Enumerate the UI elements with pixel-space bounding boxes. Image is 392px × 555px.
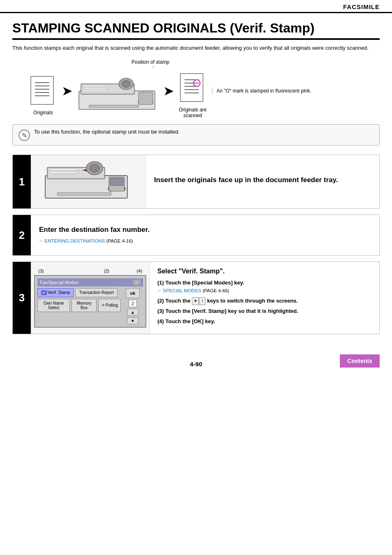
step-3-sub-2: (2) Touch the +↑ keys to switch through … — [157, 297, 372, 305]
top-bar-icon: ↩ — [133, 280, 141, 285]
step-1-title: Insert the originals face up in the docu… — [154, 176, 371, 185]
svg-rect-18 — [180, 74, 203, 102]
ui-right-col: ok 2 ▲ ▼ — [122, 288, 143, 324]
callout-4: (4) — [137, 268, 142, 273]
stamp-position-label: Position of stamp — [131, 59, 169, 65]
step-2-inner: Enter the destination fax number. ☞ ENTE… — [31, 215, 379, 255]
arrow1: ➤ — [62, 83, 73, 99]
note-icon: ✎ — [18, 130, 30, 141]
stamp-annotation: An "O" mark is stamped in fluorescent pi… — [212, 87, 311, 95]
svg-rect-10 — [83, 90, 107, 91]
ui-btn-row-2: Own Name Select Memory Box ⟳ Polling — [37, 299, 121, 312]
svg-rect-0 — [31, 76, 53, 104]
callout-labels: (3) (2) (4) — [34, 268, 146, 273]
header-title: FACSIMILE — [343, 3, 380, 10]
contents-button[interactable]: Contents — [340, 354, 380, 368]
step-2-ref: ☞ ENTERING DESTINATIONS (page 4-16) — [39, 238, 371, 244]
page-content: STAMPING SCANNED ORIGINALS (Verif. Stamp… — [0, 13, 392, 352]
polling-icon: ⟳ — [102, 303, 105, 307]
svg-point-12 — [122, 81, 130, 87]
step-3-sub-4: (4) Touch the [OK] key. — [157, 318, 372, 326]
page-footer: 4-90 Contents — [0, 352, 392, 372]
step-3-number: 3 — [13, 262, 31, 334]
step-2: 2 Enter the destination fax number. ☞ EN… — [12, 215, 380, 256]
ui-top-bar: Fax/Special Modes ↩ — [37, 278, 143, 287]
verif-icon: ✔ — [41, 290, 47, 295]
step-1-content: Insert the originals face up in the docu… — [31, 155, 379, 208]
svg-rect-9 — [83, 88, 107, 89]
originals-scanned-label: Originals are scanned — [178, 107, 207, 118]
step-1-image — [31, 155, 146, 208]
step-2-number: 2 — [13, 215, 31, 255]
ui-btn-row-1: ✔ Verif. Stamp Transaction Report — [37, 288, 121, 297]
note-text: To use this function, the optional stamp… — [34, 129, 180, 135]
page-number: 4-90 — [12, 361, 380, 368]
polling-btn[interactable]: ⟳ Polling — [98, 299, 121, 312]
scanned-item: Originals are scanned — [178, 72, 207, 118]
step-3-text: Select "Verif. Stamp". (1) Touch the [Sp… — [150, 262, 379, 334]
arrow2: ➤ — [163, 83, 174, 99]
svg-rect-8 — [83, 86, 107, 87]
svg-rect-28 — [49, 171, 78, 173]
svg-rect-37 — [110, 178, 123, 185]
ui-left-panel: ✔ Verif. Stamp Transaction Report — [37, 288, 121, 324]
originals-label: Originals — [33, 110, 53, 116]
memory-box-btn[interactable]: Memory Box — [71, 299, 97, 312]
svg-rect-27 — [49, 169, 78, 171]
callout-3: (3) — [38, 268, 44, 273]
step-1-number: 1 — [13, 155, 31, 208]
top-bar-icons: ↩ — [133, 280, 141, 285]
originals-icon — [29, 74, 58, 107]
down-arrow-btn[interactable]: ▼ — [127, 317, 138, 324]
svg-rect-17 — [138, 92, 153, 104]
step-2-title: Enter the destination fax number. — [39, 225, 371, 235]
originals-item: Originals — [29, 74, 58, 116]
callout-2: (2) — [104, 268, 109, 273]
step-3-sub-1: (1) Touch the [Special Modes] key. ☞ SPE… — [157, 279, 372, 295]
step-3: 3 (3) (2) (4) Fax/Special Modes ↩ — [12, 261, 380, 334]
header: FACSIMILE — [0, 0, 392, 13]
page-heading: STAMPING SCANNED ORIGINALS (Verif. Stamp… — [12, 21, 380, 40]
num-display: 2 — [129, 300, 137, 307]
scanner-item — [77, 76, 159, 113]
diagram-section: Position of stamp ↓ Originals ➤ — [12, 59, 380, 118]
scanned-icon — [178, 72, 207, 104]
verif-stamp-btn[interactable]: ✔ Verif. Stamp — [37, 288, 74, 297]
up-arrow-btn[interactable]: ▲ — [127, 309, 138, 316]
step1-scanner-svg — [41, 159, 136, 204]
verif-stamp-label: Verif. Stamp — [48, 290, 70, 295]
ok-btn[interactable]: ok — [126, 288, 140, 298]
step-1: 1 — [12, 155, 380, 209]
diagram-row: Originals ➤ — [12, 72, 380, 118]
step-3-content: (3) (2) (4) Fax/Special Modes ↩ — [31, 262, 379, 334]
svg-point-31 — [90, 164, 99, 172]
step-3-sub-3: (3) Touch the [Verif. Stamp] key so that… — [157, 308, 372, 315]
svg-rect-13 — [89, 105, 138, 107]
stamp-arrow: ↓ — [152, 64, 154, 69]
ui-main-layout: ✔ Verif. Stamp Transaction Report — [37, 288, 143, 324]
step-3-title: Select "Verif. Stamp". — [157, 268, 372, 275]
ui-panel: Fax/Special Modes ↩ ✔ Verif. Stamp — [34, 275, 146, 328]
step-3-image: (3) (2) (4) Fax/Special Modes ↩ — [31, 262, 150, 334]
own-name-select-btn[interactable]: Own Name Select — [37, 299, 70, 312]
scanner-icon — [77, 76, 159, 113]
intro-text: This function stamps each original that … — [12, 44, 380, 52]
transaction-report-btn[interactable]: Transaction Report — [75, 288, 118, 297]
note-box: ✎ To use this function, the optional sta… — [12, 124, 380, 146]
svg-rect-32 — [58, 193, 111, 195]
step-1-text: Insert the originals face up in the docu… — [146, 155, 379, 208]
